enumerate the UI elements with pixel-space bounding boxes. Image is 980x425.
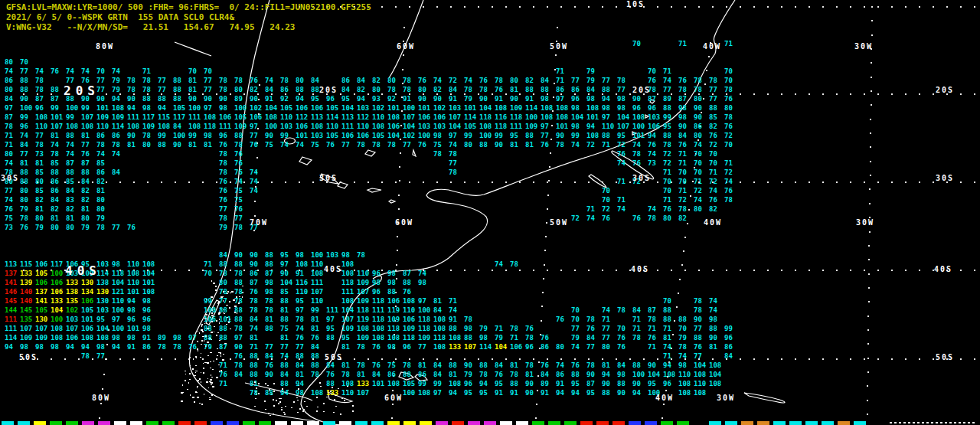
grid-value: 77 — [35, 132, 44, 139]
grid-value: 84 — [678, 132, 687, 139]
archipelago-speck — [276, 400, 277, 401]
grid-value: 71 — [250, 344, 258, 350]
grid-value: 88 — [20, 169, 28, 175]
grid-value: 77 — [81, 142, 90, 148]
grid-value: 78 — [387, 87, 396, 93]
grid-value: 70 — [724, 142, 733, 148]
grid-value: 99 — [724, 325, 733, 332]
grid-value: 100 — [479, 132, 492, 139]
archipelago-speck — [268, 413, 270, 414]
grid-value: 91 — [495, 96, 503, 102]
grid-value: 98 — [479, 335, 488, 341]
grid-value: 70 — [678, 169, 687, 175]
grid-value: 105 — [403, 381, 415, 387]
clipped-value-top — [854, 421, 866, 425]
grid-value: 104 — [280, 280, 292, 286]
clipped-value-top — [468, 421, 480, 425]
latlon-label: 40S — [631, 265, 649, 273]
grid-value: 80 — [418, 87, 426, 93]
grid-value: 104 — [495, 344, 507, 350]
grid-value: 78 — [127, 77, 136, 83]
grid-value: 71 — [724, 41, 733, 47]
edge-dash — [926, 422, 929, 423]
grid-value: 94 — [556, 390, 564, 396]
edge-dash — [963, 422, 965, 423]
latlon-label: 30S — [632, 174, 651, 182]
archipelago-speck — [335, 406, 337, 407]
grid-value: 101 — [127, 289, 139, 295]
grid-value: 74 — [694, 197, 702, 203]
fjord-speck — [185, 371, 186, 372]
edge-dash — [903, 422, 906, 423]
grid-value: 108 — [632, 114, 645, 120]
grid-value: 81 — [418, 362, 426, 368]
grid-value: 77 — [96, 77, 105, 83]
grid-value: 71 — [663, 68, 671, 74]
archipelago-speck — [265, 409, 266, 410]
clipped-value-top — [645, 421, 657, 425]
grid-value: 84 — [632, 307, 641, 313]
grid-value: 87 — [219, 344, 227, 350]
grid-value: 104 — [341, 307, 354, 313]
grid-value: 71 — [219, 381, 227, 387]
clipped-value-top — [227, 421, 239, 425]
grid-value: 78 — [250, 390, 258, 396]
grid-value: 71 — [678, 151, 687, 157]
grid-value: 78 — [173, 344, 181, 350]
grid-value: 98 — [127, 307, 136, 313]
grid-value: 85 — [66, 178, 74, 185]
grid-value: 78 — [525, 335, 534, 341]
grid-value: 91 — [449, 96, 457, 102]
grid-value: 78 — [464, 316, 472, 322]
grid-value: 74 — [112, 151, 120, 157]
grid-value: 87 — [5, 114, 13, 120]
grid-value: 104 — [387, 132, 400, 139]
archipelago-speck — [285, 406, 286, 407]
fjord-speck — [211, 280, 212, 282]
clipped-value-top — [146, 421, 158, 425]
grid-value: 113 — [5, 261, 17, 267]
fjord-speck — [206, 381, 208, 383]
grid-value: 105 — [234, 114, 247, 120]
grid-value: 78 — [694, 87, 702, 93]
grid-value: 98 — [219, 105, 227, 111]
grid-value: 106 — [341, 132, 354, 139]
grid-value: 99 — [66, 114, 74, 120]
grid-value: 102 — [372, 105, 384, 111]
grid-value: 88 — [20, 77, 28, 83]
grid-value: 78 — [403, 87, 411, 93]
grid-value: 71 — [449, 298, 457, 304]
grid-value: 86 — [571, 87, 580, 93]
grid-value: 76 — [632, 215, 641, 221]
grid-value: 78 — [5, 123, 13, 129]
archipelago-speck — [344, 400, 345, 401]
grid-value: 90 — [586, 371, 595, 378]
grid-value: 76 — [372, 344, 381, 350]
grid-value: 80 — [694, 206, 702, 212]
clipped-value-top — [580, 421, 593, 425]
grid-value: 80 — [372, 87, 381, 93]
grid-value: 76 — [219, 188, 227, 194]
grid-value: 94 — [449, 390, 457, 396]
grid-value: 96 — [648, 105, 656, 111]
grid-value: 99 — [204, 298, 212, 304]
grid-value: 95 — [280, 252, 289, 258]
grid-value: 78 — [372, 142, 381, 148]
grid-value: 86 — [724, 344, 733, 350]
grid-value: 97 — [541, 123, 549, 129]
grid-value: 91 — [495, 390, 503, 396]
fjord-speck — [195, 391, 197, 393]
archipelago-speck — [267, 385, 269, 387]
grid-value: 82 — [678, 215, 687, 221]
archipelago-speck — [352, 405, 354, 407]
grid-value: 98 — [296, 252, 304, 258]
grid-value: 88 — [265, 252, 273, 258]
grid-value: 84 — [296, 362, 304, 368]
fjord-speck — [202, 404, 203, 405]
grid-value: 97 — [556, 96, 564, 102]
grid-value: 81 — [311, 325, 319, 332]
grid-value: 78 — [250, 307, 258, 313]
grid-value: 94 — [112, 96, 120, 102]
grid-value: 76 — [495, 87, 503, 93]
grid-value: 74 — [678, 353, 687, 359]
